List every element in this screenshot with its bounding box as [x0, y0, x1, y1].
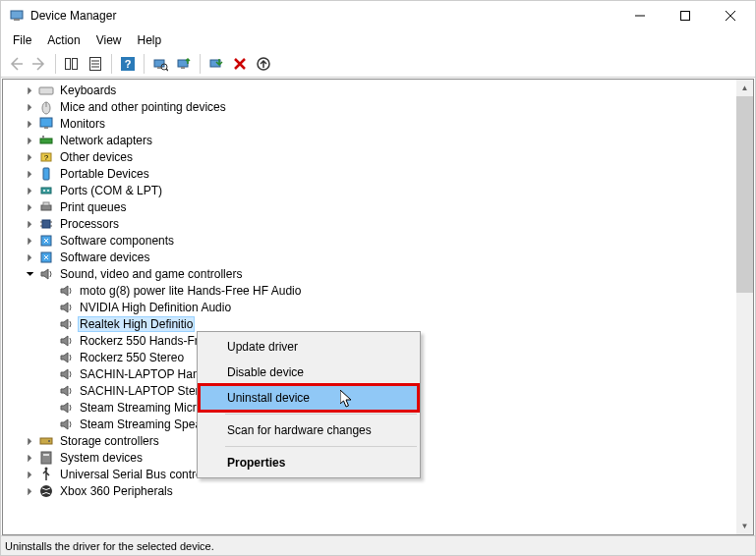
tree-category[interactable]: ⏵Mice and other pointing devices [3, 98, 736, 115]
svg-rect-38 [43, 202, 49, 205]
tree-category[interactable]: ⏵Monitors [3, 115, 736, 132]
menu-item[interactable]: Update driver [200, 334, 418, 360]
category-label: Mice and other pointing devices [58, 100, 228, 114]
device-label: SACHIN-LAPTOP Han [78, 367, 202, 381]
device-label: moto g(8) power lite Hands-Free HF Audio [78, 284, 303, 298]
device-label: NVIDIA High Definition Audio [78, 301, 233, 314]
tree-device[interactable]: NVIDIA High Definition Audio [3, 299, 736, 315]
port-icon [38, 183, 54, 198]
svg-rect-1 [14, 19, 20, 21]
scroll-up-button[interactable]: ▲ [736, 80, 753, 96]
expand-icon[interactable]: ⏵ [23, 83, 38, 98]
category-label: Ports (COM & LPT) [58, 184, 164, 197]
cpu-icon [38, 216, 54, 232]
enable-button[interactable] [253, 53, 274, 75]
expand-icon[interactable]: ⏵ [23, 433, 38, 449]
expand-icon[interactable]: ⏵ [23, 133, 38, 148]
maximize-button[interactable] [663, 1, 708, 30]
expand-icon[interactable]: ⏵ [23, 149, 38, 165]
tree-device[interactable]: moto g(8) power lite Hands-Free HF Audio [3, 282, 736, 299]
menu-item[interactable]: Properties [200, 450, 418, 475]
expand-icon[interactable]: ⏵ [23, 467, 38, 482]
device-label: Realtek High Definitio [78, 316, 195, 332]
expand-icon[interactable]: ⏵ [23, 199, 38, 215]
show-hide-tree-button[interactable] [61, 53, 83, 75]
scroll-down-button[interactable]: ▼ [736, 518, 753, 534]
menu-item[interactable]: Scan for hardware changes [200, 417, 418, 443]
scan-hardware-button[interactable] [149, 53, 171, 75]
context-menu: Update driverDisable deviceUninstall dev… [197, 331, 421, 478]
properties-button[interactable] [85, 53, 106, 75]
toolbar-separator [144, 54, 145, 74]
vertical-scrollbar[interactable]: ▲ ▼ [736, 80, 753, 534]
svg-rect-28 [44, 127, 48, 129]
sound-icon [58, 333, 74, 349]
category-label: Portable Devices [58, 167, 151, 181]
update-driver-button[interactable] [173, 53, 195, 75]
sound-icon [58, 300, 74, 315]
svg-point-47 [48, 440, 50, 442]
expand-icon[interactable]: ⏵ [23, 116, 38, 132]
expand-icon[interactable]: ⏵ [23, 450, 38, 466]
device-label: Rockerz 550 Stereo [78, 351, 186, 364]
svg-rect-0 [11, 11, 23, 19]
expand-icon[interactable]: ⏵ [23, 183, 38, 198]
category-label: Network adapters [58, 134, 154, 147]
svg-rect-7 [73, 58, 78, 69]
menubar: File Action View Help [1, 30, 755, 50]
menu-action[interactable]: Action [39, 31, 87, 49]
menu-file[interactable]: File [5, 31, 39, 49]
svg-text:?: ? [125, 58, 132, 70]
scrollbar-thumb[interactable] [736, 96, 753, 293]
category-label: Print queues [58, 200, 128, 214]
svg-point-51 [40, 485, 52, 497]
monitor-icon [38, 116, 54, 132]
expand-icon[interactable]: ⏵ [23, 233, 38, 249]
expand-icon[interactable]: ⏵ [23, 250, 38, 265]
back-button[interactable] [5, 53, 27, 75]
tree-category[interactable]: ⏷Sound, video and game controllers [3, 265, 736, 282]
svg-rect-15 [157, 67, 161, 69]
uninstall-button[interactable] [229, 53, 251, 75]
toolbar: ? [1, 50, 755, 78]
tree-category[interactable]: ⏵Ports (COM & LPT) [3, 182, 736, 198]
printer-icon [38, 199, 54, 215]
tree-category[interactable]: ⏵Keyboards [3, 82, 736, 98]
expand-icon[interactable]: ⏵ [23, 166, 38, 182]
tree-category[interactable]: ⏵Network adapters [3, 132, 736, 148]
sound-icon [58, 350, 74, 365]
help-button[interactable]: ? [117, 53, 139, 75]
menu-help[interactable]: Help [130, 31, 170, 49]
tree-category[interactable]: ⏵Print queues [3, 198, 736, 215]
tree-category[interactable]: ⏵Processors [3, 215, 736, 232]
menu-separator [225, 446, 417, 447]
menu-view[interactable]: View [88, 31, 130, 49]
tree-category[interactable]: ⏵Software devices [3, 249, 736, 265]
tree-device[interactable]: Realtek High Definitio [3, 315, 736, 332]
category-label: Storage controllers [58, 434, 161, 448]
menu-item[interactable]: Disable device [200, 360, 418, 385]
tree-category[interactable]: ⏵?Other devices [3, 148, 736, 165]
expand-icon[interactable]: ⏵ [23, 483, 38, 499]
close-button[interactable] [708, 1, 753, 30]
category-label: Sound, video and game controllers [58, 267, 244, 281]
titlebar: Device Manager [1, 1, 755, 30]
tree-category[interactable]: ⏵Portable Devices [3, 165, 736, 182]
sound-icon [58, 383, 74, 399]
svg-rect-46 [40, 438, 52, 444]
tree-category[interactable]: ⏵Xbox 360 Peripherals [3, 482, 736, 499]
device-label: Rockerz 550 Hands-Fr [78, 334, 201, 348]
expand-icon[interactable]: ⏵ [23, 216, 38, 232]
menu-separator [225, 414, 417, 415]
category-label: Xbox 360 Peripherals [58, 484, 175, 498]
menu-item[interactable]: Uninstall device [199, 384, 419, 412]
forward-button[interactable] [29, 53, 50, 75]
disable-button[interactable] [205, 53, 227, 75]
toolbar-separator [111, 54, 112, 74]
svg-rect-30 [42, 136, 44, 139]
tree-category[interactable]: ⏵Software components [3, 232, 736, 249]
collapse-icon[interactable]: ⏷ [23, 266, 38, 282]
svg-point-35 [43, 190, 45, 192]
minimize-button[interactable] [617, 1, 663, 30]
expand-icon[interactable]: ⏵ [23, 99, 38, 115]
